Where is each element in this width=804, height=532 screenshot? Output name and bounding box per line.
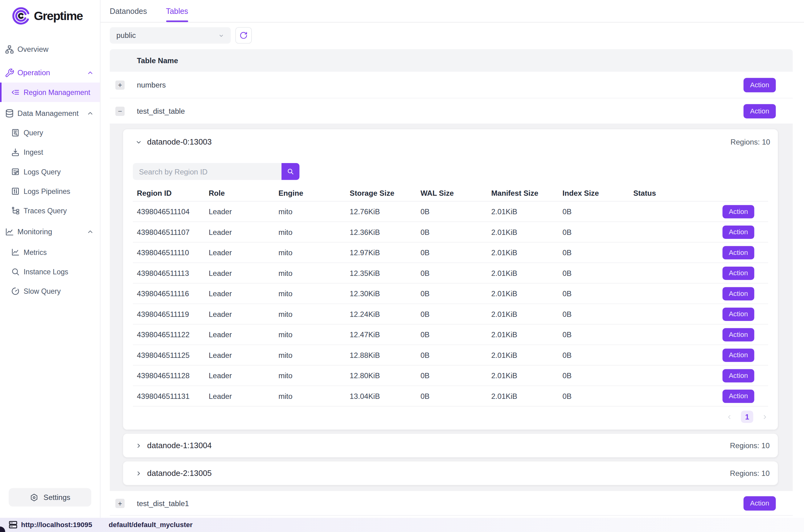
region-row: 4398046511113Leadermito12.35KiB0B2.01KiB… [133,263,768,284]
region-cell: 0B [421,372,492,380]
region-action-button[interactable]: Action [723,369,754,382]
collapse-button[interactable]: − [115,106,125,116]
settings-icon [30,493,38,501]
sidebar-item-label: Traces Query [24,207,67,215]
region-action-button[interactable]: Action [723,328,754,341]
next-page-icon[interactable] [762,413,768,420]
region-cell: Leader [209,207,279,216]
region-cell: 12.76KiB [350,207,421,216]
region-action-button[interactable]: Action [723,266,754,280]
gauge-icon [11,287,20,296]
database-select-value: public [117,31,136,39]
region-cell: 4398046511113 [133,269,209,277]
region-cell: 0B [562,310,633,318]
status-url: http://localhost:19095 [21,521,92,529]
region-cell: 0B [421,330,492,339]
database-select[interactable]: public [110,27,231,43]
region-cell: 2.01KiB [491,269,562,277]
sidebar-item-query[interactable]: Query [0,123,100,142]
region-cell: 12.88KiB [350,351,421,359]
table-row-numbers: + numbers Action [110,72,792,98]
sidebar-item-monitoring[interactable]: Monitoring [0,222,100,241]
table-action-button[interactable]: Action [744,496,776,510]
region-cell: 0B [562,207,633,216]
datanode-card-1[interactable]: datanode-1:13004 Regions: 10 [123,434,778,457]
refresh-button[interactable] [235,27,252,43]
region-cell: 0B [562,392,633,400]
region-cell: 0B [421,392,492,400]
sidebar-item-overview[interactable]: Overview [0,39,100,59]
sidebar-item-logs-query[interactable]: Logs Query [0,162,100,182]
region-cell: mito [279,351,350,359]
region-cell: Leader [209,269,279,277]
column-header: Region ID [133,189,209,197]
region-row: 4398046511104Leadermito12.76KiB0B2.01KiB… [133,202,768,222]
datanode-card-header[interactable]: datanode-0:13003 Regions: 10 [133,133,768,151]
tab-tables[interactable]: Tables [166,0,188,22]
region-row: 4398046511107Leadermito12.36KiB0B2.01KiB… [133,222,768,243]
region-cell: 12.80KiB [350,372,421,380]
table-action-button[interactable]: Action [744,104,776,118]
refresh-icon [240,31,248,39]
settings-button[interactable]: Settings [8,488,91,507]
region-search-input[interactable] [133,163,282,180]
region-cell: mito [279,289,350,298]
corner-dot [0,527,5,532]
sidebar-item-label: Logs Query [24,168,61,176]
tab-datanodes[interactable]: Datanodes [110,0,147,22]
region-cell: 4398046511116 [133,289,209,298]
table-action-button[interactable]: Action [744,78,776,92]
datanode-card-2[interactable]: datanode-2:13005 Regions: 10 [123,461,778,485]
region-search-button[interactable] [282,163,299,180]
sidebar-item-operation[interactable]: Operation [0,63,100,82]
region-action-button[interactable]: Action [723,348,754,362]
region-cell: 12.24KiB [350,310,421,318]
settings-label: Settings [43,493,70,501]
sidebar-item-logs-pipelines[interactable]: Logs Pipelines [0,182,100,201]
region-row: 4398046511119Leadermito12.24KiB0B2.01KiB… [133,304,768,325]
expand-button[interactable]: + [115,499,125,508]
region-cell: Leader [209,372,279,380]
sidebar-item-label: Operation [18,69,50,77]
sidebar-item-slow-query[interactable]: Slow Query [0,281,100,301]
region-action-button[interactable]: Action [723,225,754,239]
expand-button[interactable]: + [115,80,125,89]
region-cell: 12.35KiB [350,269,421,277]
region-row: 4398046511122Leadermito12.47KiB0B2.01KiB… [133,325,768,345]
column-header: Storage Size [350,189,421,197]
datanode-title: datanode-2:13005 [147,469,211,478]
region-cell: 0B [562,351,633,359]
brand-logo: Greptime [0,0,100,30]
region-cell: 2.01KiB [491,372,562,380]
prev-page-icon[interactable] [726,413,733,420]
region-cell: mito [279,330,350,339]
sidebar-item-label: Monitoring [18,227,52,236]
toolbar: public [110,27,804,43]
page-number[interactable]: 1 [741,411,753,423]
region-cell: 0B [421,207,492,216]
region-cell: 0B [421,248,492,257]
sidebar-item-traces-query[interactable]: Traces Query [0,201,100,221]
sidebar-item-metrics[interactable]: Metrics [0,243,100,262]
search-icon [287,168,294,175]
region-action-button[interactable]: Action [723,389,754,402]
region-action-button[interactable]: Action [723,307,754,321]
chart-line-icon [4,227,14,237]
region-cell: mito [279,248,350,257]
region-cell: Leader [209,351,279,359]
region-cell: Leader [209,248,279,257]
region-cell: 0B [421,269,492,277]
region-action-button[interactable]: Action [723,287,754,300]
region-cell: 2.01KiB [491,228,562,236]
sidebar-item-data-management[interactable]: Data Management [0,103,100,123]
sidebar-item-ingest[interactable]: Ingest [0,142,100,162]
region-cell: 2.01KiB [491,289,562,298]
region-cell: 0B [562,289,633,298]
region-action-button[interactable]: Action [723,246,754,259]
sidebar-item-region-management[interactable]: Region Management [0,82,100,102]
region-cell: 0B [421,310,492,318]
sidebar-item-label: Data Management [18,109,79,117]
region-action-button[interactable]: Action [723,205,754,218]
sidebar-item-instance-logs[interactable]: Instance Logs [0,262,100,281]
region-cell: 2.01KiB [491,207,562,216]
